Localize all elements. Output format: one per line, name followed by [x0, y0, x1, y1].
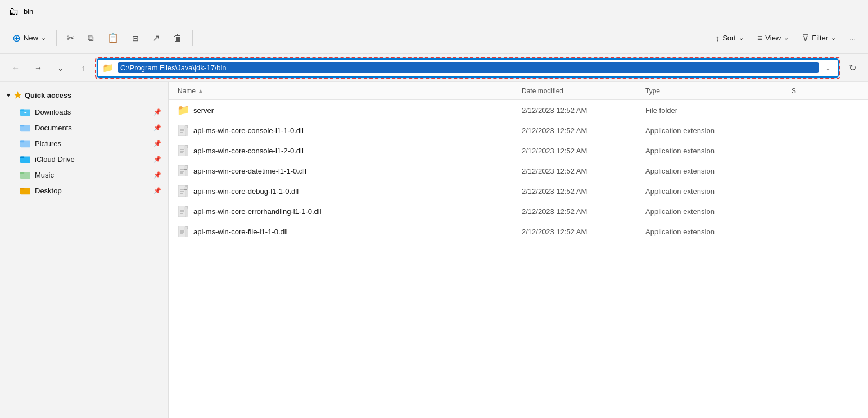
- svg-rect-46: [186, 226, 188, 229]
- share-button[interactable]: ↗: [147, 28, 165, 48]
- delete-button[interactable]: 🗑: [168, 28, 188, 48]
- file-name: server: [193, 106, 214, 115]
- quick-access-label: Quick access: [25, 91, 71, 99]
- icloud-label: iCloud Drive: [35, 155, 75, 163]
- svg-rect-5: [20, 125, 24, 127]
- svg-rect-9: [20, 157, 24, 158]
- file-name: api-ms-win-core-console-l1-1-0.dll: [193, 126, 304, 135]
- toolbar-separator-2: [192, 30, 193, 46]
- pictures-pin-icon: 📌: [153, 140, 161, 147]
- documents-folder-icon: [20, 122, 30, 133]
- svg-rect-32: [178, 185, 186, 197]
- file-name-cell: api-ms-win-core-errorhandling-l1-1-0.dll: [178, 206, 522, 217]
- view-button[interactable]: ≡ View ⌄: [752, 28, 794, 48]
- file-type: Application extension: [645, 126, 792, 135]
- address-input[interactable]: [118, 62, 819, 73]
- file-date-modified: 2/12/2023 12:52 AM: [522, 126, 645, 135]
- filter-icon: ⊽: [802, 33, 809, 43]
- file-type: Application extension: [645, 207, 792, 216]
- back-button[interactable]: ←: [7, 59, 25, 77]
- file-row[interactable]: api-ms-win-core-console-l1-2-0.dll 2/12/…: [169, 140, 868, 161]
- svg-rect-34: [186, 185, 188, 188]
- file-type: Application extension: [645, 167, 792, 175]
- sidebar: ▾ ★ Quick access Downloads 📌 Documents 📌: [0, 82, 169, 418]
- file-name-cell: api-ms-win-core-file-l1-1-0.dll: [178, 226, 522, 237]
- view-icon: ≡: [757, 33, 762, 43]
- file-icon: [178, 185, 189, 197]
- address-dropdown-button[interactable]: ⌄: [823, 63, 833, 73]
- forward-button[interactable]: →: [29, 59, 47, 77]
- chevron-down-icon: ⌄: [41, 34, 46, 42]
- filter-button[interactable]: ⊽ Filter ⌄: [797, 28, 842, 48]
- sidebar-quick-access[interactable]: ▾ ★ Quick access: [0, 87, 168, 104]
- file-name: api-ms-win-core-console-l1-2-0.dll: [193, 147, 304, 155]
- sort-button[interactable]: ↕ Sort ⌄: [710, 28, 749, 48]
- dll-file-icon: [178, 145, 188, 156]
- documents-label: Documents: [35, 124, 72, 132]
- cut-button[interactable]: ✂: [61, 28, 80, 48]
- file-row[interactable]: api-ms-win-core-errorhandling-l1-1-0.dll…: [169, 201, 868, 221]
- sidebar-item-downloads[interactable]: Downloads 📌: [0, 104, 168, 120]
- file-row[interactable]: api-ms-win-core-file-l1-1-0.dll 2/12/202…: [169, 221, 868, 242]
- file-date-modified: 2/12/2023 12:52 AM: [522, 147, 645, 155]
- file-name-cell: api-ms-win-core-debug-l1-1-0.dll: [178, 185, 522, 197]
- paste-button[interactable]: 📋: [102, 28, 124, 48]
- more-label: ...: [849, 34, 856, 42]
- file-icon: [178, 145, 189, 156]
- sort-arrow-icon: ▲: [198, 88, 204, 94]
- file-date-modified: 2/12/2023 12:52 AM: [522, 207, 645, 216]
- svg-rect-20: [178, 145, 186, 156]
- sidebar-item-documents[interactable]: Documents 📌: [0, 120, 168, 135]
- pictures-folder-icon: [20, 138, 30, 148]
- file-icon: [178, 125, 189, 136]
- col-header-date[interactable]: Date modified: [522, 87, 645, 95]
- sidebar-item-music[interactable]: Music 📌: [0, 167, 168, 183]
- more-button[interactable]: ...: [844, 28, 861, 48]
- view-label: View: [765, 34, 781, 42]
- file-icon: [178, 165, 189, 176]
- new-button[interactable]: ⊕ New ⌄: [7, 28, 52, 48]
- view-chevron-icon: ⌄: [784, 34, 789, 42]
- col-header-type[interactable]: Type: [645, 87, 792, 95]
- svg-rect-38: [178, 206, 186, 217]
- music-pin-icon: 📌: [153, 171, 161, 179]
- content-area: Name ▲ Date modified Type S 📁 server 2/1…: [169, 82, 868, 418]
- filter-chevron-icon: ⌄: [831, 34, 836, 42]
- address-bar-row: ← → ⌄ ↑ 📁 ⌄ ↻: [0, 54, 868, 82]
- dll-file-icon: [178, 125, 188, 136]
- dll-file-icon: [178, 165, 188, 176]
- refresh-button[interactable]: ↻: [843, 59, 861, 77]
- folder-icon: 📁: [177, 104, 189, 116]
- file-name-cell: 📁 server: [178, 104, 522, 116]
- filter-label: Filter: [812, 34, 828, 42]
- sidebar-item-pictures[interactable]: Pictures 📌: [0, 135, 168, 151]
- col-date-label: Date modified: [522, 87, 563, 95]
- svg-rect-28: [186, 165, 188, 168]
- file-row[interactable]: 📁 server 2/12/2023 12:52 AM File folder: [169, 100, 868, 120]
- file-row[interactable]: api-ms-win-core-debug-l1-1-0.dll 2/12/20…: [169, 181, 868, 201]
- address-bar[interactable]: 📁 ⌄: [97, 58, 839, 78]
- up-button[interactable]: ↑: [74, 59, 92, 77]
- sidebar-item-desktop[interactable]: Desktop 📌: [0, 183, 168, 198]
- file-name: api-ms-win-core-errorhandling-l1-1-0.dll: [193, 207, 322, 216]
- documents-pin-icon: 📌: [153, 124, 161, 131]
- chevron-down-icon: ▾: [7, 92, 10, 99]
- file-name-cell: api-ms-win-core-console-l1-1-0.dll: [178, 125, 522, 136]
- col-header-size[interactable]: S: [792, 87, 859, 95]
- col-size-label: S: [792, 87, 796, 95]
- file-name-cell: api-ms-win-core-console-l1-2-0.dll: [178, 145, 522, 156]
- sidebar-item-icloud[interactable]: iCloud Drive 📌: [0, 151, 168, 167]
- file-icon: 📁: [178, 104, 189, 116]
- rename-icon: ⊟: [132, 34, 139, 43]
- delete-icon: 🗑: [173, 33, 182, 43]
- file-row[interactable]: api-ms-win-core-datetime-l1-1-0.dll 2/12…: [169, 161, 868, 181]
- recent-locations-button[interactable]: ⌄: [52, 59, 70, 77]
- copy-button[interactable]: ⧉: [82, 28, 100, 48]
- file-row[interactable]: api-ms-win-core-console-l1-1-0.dll 2/12/…: [169, 120, 868, 140]
- file-list: 📁 server 2/12/2023 12:52 AM File folder …: [169, 100, 868, 418]
- file-date-modified: 2/12/2023 12:52 AM: [522, 187, 645, 196]
- rename-button[interactable]: ⊟: [126, 28, 144, 48]
- col-header-name[interactable]: Name ▲: [178, 87, 522, 95]
- dll-file-icon: [178, 185, 188, 197]
- file-icon: [178, 206, 189, 217]
